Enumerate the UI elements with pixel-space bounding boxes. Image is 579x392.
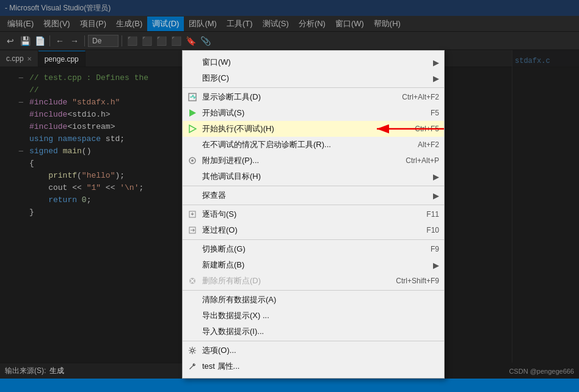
tab-cpp-close[interactable]: ✕ [27, 56, 32, 62]
delete-all-bp-shortcut: Ctrl+Shift+F9 [377, 277, 439, 285]
menu-edit[interactable]: 编辑(E) [2, 16, 38, 31]
menu-item-profiler[interactable]: 探查器 ▶ [183, 187, 444, 203]
play-outline-icon [186, 125, 198, 133]
toolbar-save[interactable]: 💾 [18, 34, 32, 48]
menu-analyze[interactable]: 分析(N) [294, 16, 330, 31]
menu-section-5: 切换断点(G) F9 新建断点(B) ▶ 删除所有断点(D) Ctrl+Shif… [183, 240, 444, 291]
menu-help[interactable]: 帮助(H) [369, 16, 406, 31]
graphics-submenu-arrow: ▶ [433, 74, 439, 83]
menu-item-properties-label: test 属性... [202, 361, 239, 372]
right-code-area: stdafx.c [512, 50, 579, 363]
debug-dropdown-menu: 窗口(W) ▶ 图形(C) ▶ 显示诊断工具(D) Ctrl+Alt+F2 [182, 50, 445, 379]
tab-cpp-label: c.cpp [6, 54, 24, 63]
other-targets-arrow: ▶ [433, 172, 439, 181]
menu-section-3: 探查器 ▶ [183, 186, 444, 205]
menu-item-options[interactable]: 选项(O)... [183, 343, 444, 358]
tab-cpp[interactable]: c.cpp ✕ [0, 51, 38, 67]
code-line-13: cout << "1" << '\n'; [0, 182, 183, 194]
toolbar-sep2 [84, 35, 85, 46]
svg-point-6 [191, 159, 194, 162]
menu-item-toggle-bp[interactable]: 切换断点(G) F9 [183, 241, 444, 257]
csdn-watermark: CSDN @pengege666 [509, 368, 574, 375]
menu-item-export-tips-label: 导出数据提示(X) ... [202, 310, 269, 321]
diag-tools-shortcut: Ctrl+Alt+F2 [384, 93, 439, 101]
menu-item-other-targets[interactable]: 其他调试目标(H) ▶ [183, 169, 444, 184]
toolbar-btn2[interactable]: ⬛ [140, 34, 153, 48]
tab-penge[interactable]: penge.cpp [38, 51, 86, 67]
menu-item-new-bp[interactable]: 新建断点(B) ▶ [183, 257, 444, 273]
title-bar: - Microsoft Visual Studio(管理员) [0, 0, 579, 16]
menu-item-step-over[interactable]: 逐过程(O) F10 [183, 222, 444, 238]
menu-item-diag-nodebug-label: 在不调试的情况下启动诊断工具(R)... [202, 139, 331, 150]
delete-bp-icon [186, 277, 198, 285]
red-arrow-annotation [374, 120, 447, 138]
code-line-12: printf("hello"); [0, 170, 183, 182]
start-debug-shortcut: F5 [412, 109, 439, 117]
menu-item-attach[interactable]: 附加到进程(P)... Ctrl+Alt+P [183, 153, 444, 169]
menu-item-graphics-label: 图形(C) [202, 73, 229, 84]
code-editor[interactable]: ─ // test.cpp : Defines the // ─ #includ… [0, 67, 183, 363]
menu-item-start-debug[interactable]: 开始调试(S) F5 [183, 105, 444, 121]
menu-item-diag-tools[interactable]: 显示诊断工具(D) Ctrl+Alt+F2 [183, 89, 444, 105]
menu-build[interactable]: 生成(B) [111, 16, 147, 31]
toolbar-sep1 [49, 35, 50, 46]
new-bp-arrow: ▶ [433, 261, 439, 270]
menu-item-diag-nodebug[interactable]: 在不调试的情况下启动诊断工具(R)... Alt+F2 [183, 137, 444, 153]
menu-item-step-into[interactable]: 逐语句(S) F11 [183, 206, 444, 222]
menu-section-2: 显示诊断工具(D) Ctrl+Alt+F2 开始调试(S) F5 开始执行(不调… [183, 88, 444, 186]
menu-debug[interactable]: 调试(D) [147, 16, 184, 31]
menu-item-export-tips[interactable]: 导出数据提示(X) ... [183, 308, 444, 324]
menu-item-new-bp-label: 新建断点(B) [202, 260, 244, 270]
tab-penge-label: penge.cpp [45, 55, 79, 64]
toolbar-forward[interactable]: → [68, 34, 81, 48]
toolbar-config: De [88, 35, 118, 47]
menu-tools[interactable]: 工具(T) [222, 16, 258, 31]
menu-item-other-targets-label: 其他调试目标(H) [202, 171, 261, 182]
menu-project[interactable]: 项目(P) [75, 16, 111, 31]
menu-item-attach-label: 附加到进程(P)... [202, 155, 259, 166]
menu-window[interactable]: 窗口(W) [330, 16, 369, 31]
toolbar-btn1[interactable]: ⬛ [125, 34, 139, 48]
toolbar-save2[interactable]: 📄 [33, 34, 46, 48]
code-line-4: ─ #include "stdafx.h" [0, 96, 183, 109]
menu-bar: 编辑(E) 视图(V) 项目(P) 生成(B) 调试(D) 团队(M) 工具(T… [0, 16, 579, 32]
diag-icon [186, 92, 198, 102]
menu-item-step-over-label: 逐过程(O) [202, 225, 238, 236]
gear-icon [186, 346, 198, 355]
toolbar-btn4[interactable]: ⬛ [169, 34, 183, 48]
toolbar-undo[interactable]: ↩ [4, 34, 17, 48]
toolbar-btn3[interactable]: ⬛ [155, 34, 168, 48]
output-label: 输出来源(S): [5, 366, 46, 376]
menu-item-window[interactable]: 窗口(W) ▶ [183, 54, 444, 70]
menu-item-properties[interactable]: test 属性... [183, 358, 444, 374]
menu-team[interactable]: 团队(M) [184, 16, 222, 31]
diag-nodebug-shortcut: Alt+F2 [399, 140, 439, 149]
menu-item-profiler-label: 探查器 [202, 190, 226, 201]
menu-item-import-tips-label: 导入数据提示(I)... [202, 326, 264, 337]
menu-view[interactable]: 视图(V) [38, 16, 75, 31]
menu-item-delete-all-bp-label: 删除所有断点(D) [202, 275, 261, 286]
right-tab-label: stdafx.c [515, 55, 577, 67]
step-over-icon [186, 226, 198, 234]
attach-icon [186, 156, 198, 165]
toolbar-btn5[interactable]: 📎 [198, 34, 212, 48]
code-line-8: using namespace std; [0, 133, 183, 145]
menu-test[interactable]: 测试(S) [258, 16, 294, 31]
code-line-10: ─ signed main() [0, 145, 183, 158]
menu-item-options-label: 选项(O)... [202, 345, 236, 356]
toolbar-back[interactable]: ← [53, 34, 67, 48]
step-into-icon [186, 210, 198, 219]
menu-item-graphics[interactable]: 图形(C) ▶ [183, 70, 444, 86]
status-bar [0, 379, 579, 392]
toggle-bp-shortcut: F9 [412, 245, 439, 253]
menu-section-4: 逐语句(S) F11 逐过程(O) F10 [183, 205, 444, 240]
code-line-6: #include<stdio.h> [0, 109, 183, 121]
toolbar-bookmark[interactable]: 🔖 [184, 34, 197, 48]
menu-item-start-debug-label: 开始调试(S) [202, 107, 244, 118]
title-text: - Microsoft Visual Studio(管理员) [5, 3, 111, 13]
menu-item-start-nodebug[interactable]: 开始执行(不调试)(H) Ctrl+F5 [183, 121, 444, 137]
menu-item-clear-tips[interactable]: 清除所有数据提示(A) [183, 292, 444, 308]
play-green-icon [186, 109, 198, 117]
menu-item-diag-tools-label: 显示诊断工具(D) [202, 92, 261, 103]
menu-item-import-tips[interactable]: 导入数据提示(I)... [183, 324, 444, 339]
